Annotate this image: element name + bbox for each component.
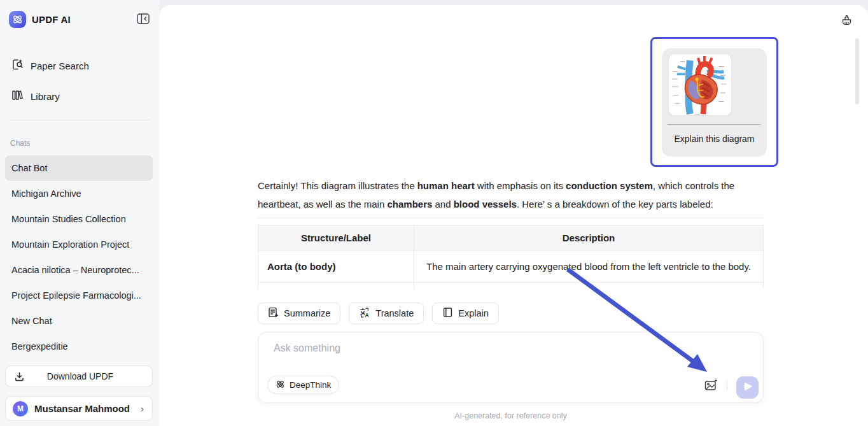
message-bold-text: conduction system (566, 180, 653, 191)
chevron-right-icon: › (141, 403, 144, 414)
user-name: Mustansar Mahmood (34, 403, 141, 414)
chat-panel: Explain this diagram Certainly! This dia… (159, 5, 868, 426)
message-bold-text: blood vessels (454, 199, 517, 209)
send-icon (742, 381, 753, 394)
user-request-card[interactable]: Explain this diagram (650, 37, 778, 167)
sidebar-divider (9, 120, 150, 120)
translate-button[interactable]: A Translate (349, 302, 424, 324)
message-text: . Here’ s a breakdown of the key parts l… (517, 199, 713, 209)
ask-input[interactable] (274, 343, 655, 354)
collapse-sidebar-icon[interactable] (136, 12, 150, 25)
explain-button[interactable]: Explain (432, 302, 499, 324)
message-bold-text: human heart (417, 180, 475, 191)
ai-disclaimer: AI-generated, for reference only (258, 411, 764, 420)
structure-table-container[interactable]: Structure/Label Description Aorta (to bo… (258, 225, 764, 288)
chats-section-label: Chats (10, 139, 30, 148)
sidebar-item-label: Paper Search (31, 60, 89, 71)
sidebar-item-label: Library (31, 91, 60, 102)
sidebar-chat-item[interactable]: Acacia nilotica – Neuroprotec... (5, 257, 153, 283)
request-caption: Explain this diagram (662, 134, 767, 144)
app-header: UPDF AI (9, 10, 150, 28)
image-upload-icon[interactable] (704, 378, 718, 392)
cell-structure (258, 283, 414, 289)
paper-search-icon (11, 59, 24, 73)
sidebar-chat-item[interactable]: Project Epilepsie Farmacologi... (5, 283, 153, 308)
column-header-description: Description (414, 225, 764, 251)
sidebar-item-library[interactable]: Library (6, 85, 153, 107)
chat-input-box[interactable]: DeepThink (258, 332, 764, 403)
library-icon (11, 89, 24, 103)
structure-table: Structure/Label Description Aorta (to bo… (258, 225, 764, 288)
avatar: M (13, 401, 28, 416)
send-button[interactable] (736, 376, 759, 399)
summarize-button[interactable]: Summarize (258, 302, 340, 324)
sidebar-chat-item[interactable]: Bergexpeditie (5, 334, 153, 359)
cell-description: The main artery carrying oxygenated bloo… (414, 251, 764, 283)
sidebar-chat-item[interactable]: Mountain Studies Collection (5, 206, 153, 232)
cell-structure: Aorta (to body) (258, 251, 414, 283)
deepthink-label: DeepThink (290, 380, 331, 390)
deepthink-toggle[interactable]: DeepThink (267, 376, 339, 394)
message-text: Certainly! This diagram illustrates the (258, 180, 417, 191)
svg-text:A: A (365, 312, 369, 318)
sidebar-chat-item[interactable]: Michigan Archive (5, 181, 153, 206)
assistant-message: Certainly! This diagram illustrates the … (258, 177, 764, 213)
summarize-icon (268, 307, 279, 320)
card-divider (668, 124, 761, 125)
sidebar: UPDF AI Paper Search (0, 0, 159, 426)
brand-title: UPDF AI (32, 14, 71, 25)
table-row: Aorta (to body) The main artery carrying… (258, 251, 764, 283)
sidebar-chat-item[interactable]: Chat Bot (5, 155, 153, 181)
updf-ai-logo-icon (9, 11, 26, 28)
summarize-label: Summarize (284, 308, 330, 318)
download-icon (14, 371, 25, 382)
sidebar-chat-item[interactable]: New Chat (5, 308, 153, 334)
message-divider (258, 218, 764, 218)
translate-label: Translate (375, 308, 414, 318)
sidebar-chat-item[interactable]: Mountain Exploration Project (5, 232, 153, 257)
user-account-button[interactable]: M Mustansar Mahmood › (5, 396, 153, 421)
table-header-row: Structure/Label Description (258, 225, 764, 251)
explain-label: Explain (458, 308, 489, 318)
scrollbar-thumb[interactable] (855, 38, 859, 104)
atom-icon (276, 380, 285, 391)
clear-chat-icon[interactable] (840, 14, 854, 28)
translate-icon: A (359, 307, 370, 320)
column-header-structure: Structure/Label (258, 225, 414, 251)
heart-diagram-thumbnail[interactable] (668, 53, 732, 116)
message-text: with emphasis on its (475, 180, 566, 191)
explain-icon (442, 307, 453, 320)
message-bold-text: chambers (387, 199, 432, 209)
message-text: and (432, 199, 453, 209)
table-row-partial (258, 283, 764, 289)
input-divider (727, 380, 727, 390)
download-updf-label: Download UPDF (25, 371, 136, 381)
chat-list: Chat BotMichigan ArchiveMountain Studies… (5, 155, 153, 359)
download-updf-button[interactable]: Download UPDF (5, 366, 153, 387)
request-inner-card: Explain this diagram (662, 48, 767, 157)
sidebar-item-paper-search[interactable]: Paper Search (6, 55, 153, 76)
cell-description (414, 283, 764, 289)
quick-actions: Summarize A Translate Explain (258, 302, 499, 324)
